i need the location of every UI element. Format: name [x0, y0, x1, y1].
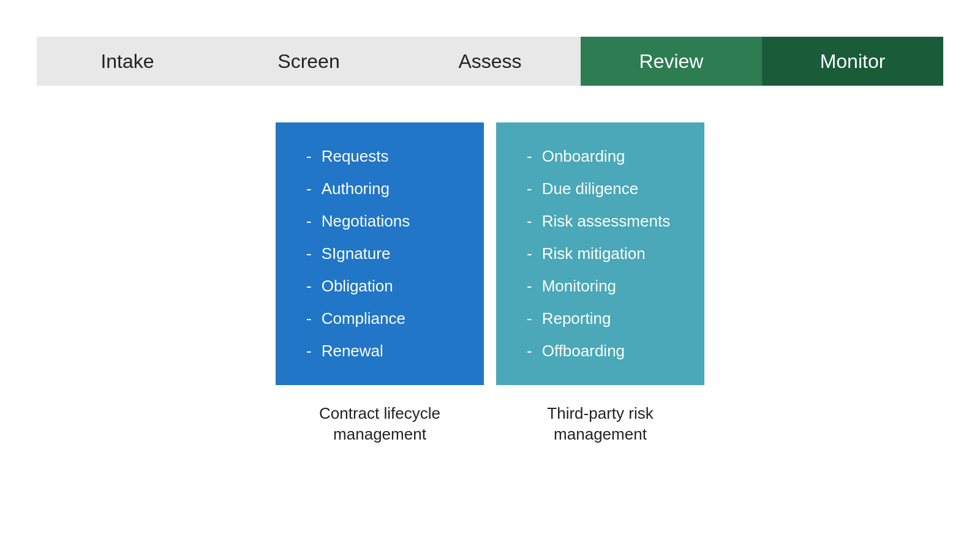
boxes-container: - Requests - Authoring - Negotiations - … — [276, 122, 704, 385]
dash-icon: - — [306, 212, 312, 231]
dash-icon: - — [527, 309, 532, 328]
labels-row: Contract lifecyclemanagement Third-party… — [37, 403, 943, 445]
thirdparty-item-reporting: - Reporting — [527, 309, 674, 328]
spacer-label-left — [37, 403, 263, 445]
tab-monitor[interactable]: Monitor — [762, 37, 943, 86]
thirdparty-box: - Onboarding - Due diligence - Risk asse… — [496, 122, 704, 385]
contract-item-renewal: - Renewal — [306, 342, 453, 361]
tab-screen[interactable]: Screen — [218, 37, 399, 86]
contract-item-obligation: - Obligation — [306, 277, 453, 296]
thirdparty-item-onboarding: - Onboarding — [527, 147, 674, 166]
dash-icon: - — [527, 212, 532, 231]
dash-icon: - — [306, 147, 312, 166]
thirdparty-item-risk-mitigation: - Risk mitigation — [527, 244, 674, 263]
contract-item-authoring: - Authoring — [306, 179, 453, 198]
spacer-right — [704, 122, 943, 385]
contract-item-signature: - SIgnature — [306, 244, 453, 263]
thirdparty-label: Third-party riskmanagement — [496, 403, 704, 445]
contract-box: - Requests - Authoring - Negotiations - … — [276, 122, 484, 385]
spacer-left — [37, 122, 276, 385]
contract-item-compliance: - Compliance — [306, 309, 453, 328]
dash-icon: - — [527, 342, 532, 361]
thirdparty-item-risk-assessments: - Risk assessments — [527, 212, 674, 231]
dash-icon: - — [527, 277, 532, 296]
dash-icon: - — [306, 244, 312, 263]
tab-review[interactable]: Review — [581, 37, 762, 86]
dash-icon: - — [306, 342, 312, 361]
dash-icon: - — [306, 179, 312, 198]
contract-label: Contract lifecyclemanagement — [276, 403, 484, 445]
content-area: - Requests - Authoring - Negotiations - … — [37, 122, 943, 385]
thirdparty-item-monitoring: - Monitoring — [527, 277, 674, 296]
page-container: Intake Screen Assess Review Monitor - Re… — [0, 0, 980, 551]
dash-icon: - — [306, 277, 312, 296]
dash-icon: - — [306, 309, 312, 328]
tab-intake[interactable]: Intake — [37, 37, 218, 86]
tabs-row: Intake Screen Assess Review Monitor — [37, 37, 943, 86]
dash-icon: - — [527, 244, 532, 263]
thirdparty-item-due-diligence: - Due diligence — [527, 179, 674, 198]
dash-icon: - — [527, 179, 532, 198]
spacer-label-right — [717, 403, 943, 445]
contract-item-requests: - Requests — [306, 147, 453, 166]
tab-assess[interactable]: Assess — [399, 37, 581, 86]
contract-item-negotiations: - Negotiations — [306, 212, 453, 231]
thirdparty-item-offboarding: - Offboarding — [527, 342, 674, 361]
dash-icon: - — [527, 147, 532, 166]
